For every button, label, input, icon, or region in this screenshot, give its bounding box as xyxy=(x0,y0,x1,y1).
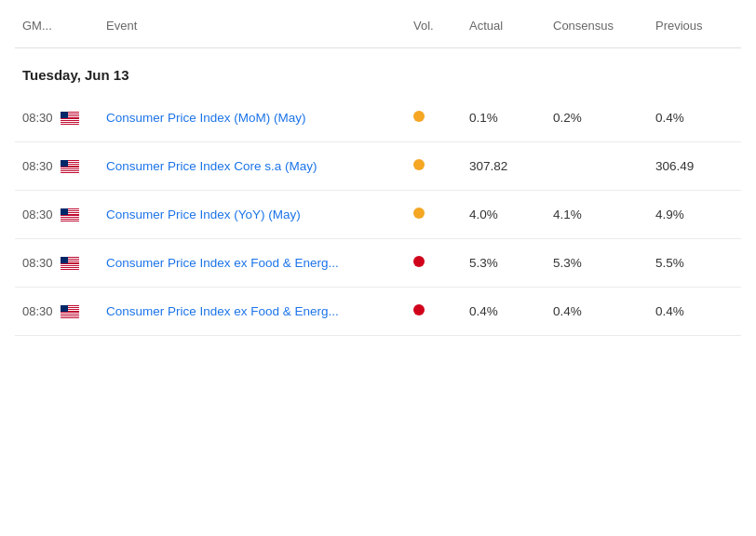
header-previous: Previous xyxy=(648,15,741,36)
row-2-vol xyxy=(406,204,462,225)
economic-calendar-table: GM... Event Vol. Actual Consensus Previo… xyxy=(0,0,756,336)
row-2-previous: 4.9% xyxy=(648,204,741,225)
row-4-consensus: 0.4% xyxy=(546,301,648,322)
row-1-event[interactable]: Consumer Price Index Core s.a (May) xyxy=(99,155,406,177)
us-flag-icon xyxy=(61,208,79,221)
row-1-actual: 307.82 xyxy=(462,155,546,177)
row-2-event[interactable]: Consumer Price Index (YoY) (May) xyxy=(99,204,406,225)
row-4-previous: 0.4% xyxy=(648,301,741,322)
row-2-actual: 4.0% xyxy=(462,204,546,225)
row-4-event[interactable]: Consumer Price Index ex Food & Energ... xyxy=(99,301,406,322)
row-0-time: 08:30 xyxy=(15,107,99,128)
row-0-consensus: 0.2% xyxy=(546,107,648,128)
row-3-actual: 5.3% xyxy=(462,252,546,274)
us-flag-icon xyxy=(61,160,79,173)
row-3-time: 08:30 xyxy=(15,252,99,274)
vol-dot-yellow xyxy=(413,111,425,122)
header-actual: Actual xyxy=(462,15,546,36)
row-1-previous: 306.49 xyxy=(648,155,741,177)
row-3-vol xyxy=(406,252,462,274)
table-row: 08:30 Consumer Price Index ex Food & Ene… xyxy=(15,288,741,336)
us-flag-icon xyxy=(61,112,79,125)
row-4-time: 08:30 xyxy=(15,301,99,322)
row-0-event[interactable]: Consumer Price Index (MoM) (May) xyxy=(99,107,406,128)
row-4-vol xyxy=(406,301,462,322)
row-0-actual: 0.1% xyxy=(462,107,546,128)
row-0-previous: 0.4% xyxy=(648,107,741,128)
us-flag-icon xyxy=(61,305,79,318)
header-consensus: Consensus xyxy=(546,15,648,36)
table-row: 08:30 Consumer Price Index Core s.a (May… xyxy=(15,142,741,191)
header-vol: Vol. xyxy=(406,15,462,36)
header-event: Event xyxy=(99,15,406,36)
row-1-vol xyxy=(406,155,462,177)
table-header: GM... Event Vol. Actual Consensus Previo… xyxy=(15,0,741,48)
vol-dot-red xyxy=(413,256,425,267)
vol-dot-yellow xyxy=(413,159,425,170)
row-4-actual: 0.4% xyxy=(462,301,546,322)
row-3-event[interactable]: Consumer Price Index ex Food & Energ... xyxy=(99,252,406,274)
row-2-consensus: 4.1% xyxy=(546,204,648,225)
vol-dot-yellow xyxy=(413,208,425,219)
section-date-0: Tuesday, Jun 13 xyxy=(15,48,741,94)
row-0-vol xyxy=(406,107,462,128)
table-row: 08:30 Consumer Price Index ex Food & Ene… xyxy=(15,239,741,288)
row-1-time: 08:30 xyxy=(15,155,99,177)
header-gm: GM... xyxy=(15,15,99,36)
us-flag-icon xyxy=(61,257,79,270)
row-3-previous: 5.5% xyxy=(648,252,741,274)
table-row: 08:30 Consumer Price Index (MoM) (May) 0… xyxy=(15,94,741,142)
row-3-consensus: 5.3% xyxy=(546,252,648,274)
vol-dot-red xyxy=(413,304,425,315)
row-2-time: 08:30 xyxy=(15,204,99,225)
table-row: 08:30 Consumer Price Index (YoY) (May) 4… xyxy=(15,191,741,239)
row-1-consensus xyxy=(546,155,648,177)
